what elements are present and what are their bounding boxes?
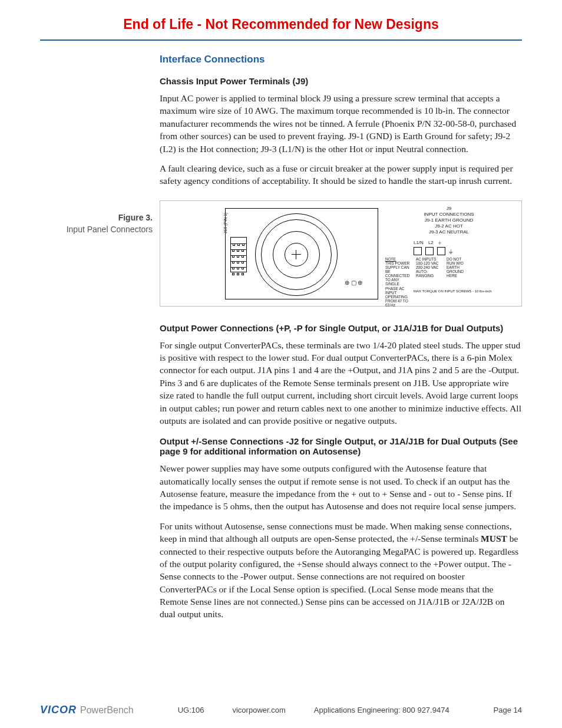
j9-sub: INPUT CONNECTIONS — [390, 212, 508, 218]
chassis-p2: A fault clearing device, such as a fuse … — [160, 162, 522, 187]
earth-txt: EARTH — [447, 265, 474, 269]
terminal-labels: L1/N L2 ⏚ — [414, 240, 441, 245]
header-rule — [40, 39, 522, 41]
runwo: RUN W/O — [447, 261, 474, 265]
section-heading: Interface Connections — [160, 54, 522, 65]
lbl-l2: L2 — [428, 240, 434, 245]
j10-connector — [230, 237, 247, 272]
note-body: THIS POWER SUPPLY CAN BE CONNECTED TO AN… — [385, 261, 412, 308]
footer-site: vicorpower.com — [232, 706, 285, 714]
j9-line1: J9-1 EARTH GROUND — [390, 218, 508, 223]
output-power-p: For single output ConverterPACs, these t… — [160, 339, 522, 427]
ground-icon: ⏚ — [438, 240, 441, 245]
fan-icon — [255, 213, 338, 296]
chassis-heading: Chassis Input Power Terminals (J9) — [160, 76, 522, 86]
note-title: NOTE — [385, 257, 412, 261]
logo-vicor-text: VICOR — [40, 704, 77, 716]
panel-outline: J10 (PIN 1) ⊕ ▢ ⊕ — [225, 208, 378, 299]
main-column: Interface Connections Chassis Input Powe… — [160, 54, 522, 628]
earth-icon: ⏚ — [449, 248, 453, 255]
footer-ug: UG:106 — [178, 706, 204, 714]
ac-inputs: AC INPUTS — [416, 257, 443, 261]
mount-icons: ⊕ ▢ ⊕ — [345, 279, 362, 286]
j9-line3: J9-3 AC NEUTRAL — [390, 229, 508, 235]
terminal-l2 — [425, 247, 434, 255]
ac-v2: 200-240 VAC — [416, 265, 443, 269]
ranging: RANGING — [416, 274, 443, 278]
donot: DO NOT — [447, 257, 474, 261]
footer-mid: UG:106 vicorpower.com Applications Engin… — [178, 706, 449, 714]
torque-note: MAX TORQUE ON INPUT SCREWS - 10 lbs-inch — [414, 289, 492, 293]
sense-p2b: be connected to their respective outputs… — [160, 533, 518, 619]
figure-caption: Input Panel Connectors — [40, 225, 153, 234]
must-text: MUST — [481, 533, 507, 543]
terminal-row: ⏚ — [414, 247, 453, 255]
terminal-gnd — [437, 247, 445, 255]
output-sense-heading: Output +/-Sense Connections -J2 for Sing… — [160, 436, 522, 456]
figure-3-box: J10 (PIN 1) ⊕ ▢ ⊕ — [160, 200, 522, 307]
here: HERE — [447, 274, 474, 278]
sense-p2a: For units without Autosense, sense conne… — [160, 521, 512, 543]
j9-line2: J9-2 AC HOT — [390, 223, 508, 229]
chassis-p1: Input AC power is applied to terminal bl… — [160, 92, 522, 155]
ac-v1: 100-120 VAC — [416, 261, 443, 265]
ground-txt: GROUND — [447, 269, 474, 274]
sense-p1: Newer power supplies may have some outpu… — [160, 462, 522, 513]
j9-title: J9 — [390, 206, 508, 212]
lbl-l1n: L1/N — [414, 240, 424, 245]
page-footer: VICOR PowerBench UG:106 vicorpower.com A… — [40, 704, 522, 716]
content-grid: Figure 3. Input Panel Connectors Interfa… — [40, 54, 522, 628]
output-power-heading: Output Power Connections (+P, -P for Sin… — [160, 323, 522, 333]
footer-apps: Applications Engineering: 800 927.9474 — [314, 706, 449, 714]
j10-label: J10 (PIN 1) — [223, 198, 227, 233]
sidebar: Figure 3. Input Panel Connectors — [40, 54, 155, 628]
j9-info: J9 INPUT CONNECTIONS J9-1 EARTH GROUND J… — [390, 206, 508, 235]
eol-banner: End of Life - Not Recommended for New De… — [40, 17, 522, 39]
vicor-logo: VICOR PowerBench — [40, 704, 134, 716]
sense-p2: For units without Autosense, sense conne… — [160, 520, 522, 621]
auto: AUTO- — [416, 269, 443, 274]
logo-powerbench-text: PowerBench — [80, 705, 134, 716]
figure-label: Figure 3. — [40, 213, 153, 222]
footer-page: Page 14 — [494, 706, 522, 714]
terminal-l1n — [414, 247, 422, 255]
note-block: NOTE THIS POWER SUPPLY CAN BE CONNECTED … — [385, 257, 474, 308]
